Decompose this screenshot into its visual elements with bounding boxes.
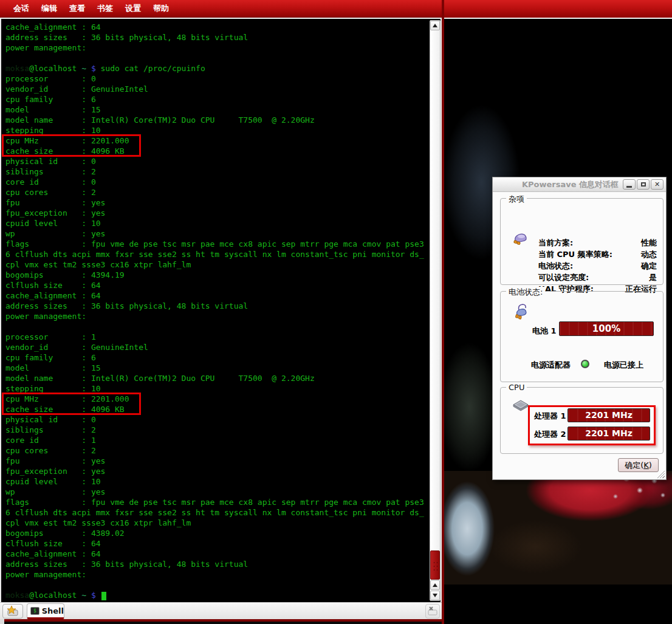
misc-groupbox: 杂项 当前方案: 性能 当前 CPU 频率策略: 动态 电池状态: 确定 [500, 198, 663, 285]
window-corner [0, 619, 4, 624]
cpu-legend: CPU [506, 383, 527, 392]
background-titlebar [444, 0, 672, 18]
scroll-up-button-bottom[interactable] [430, 580, 440, 590]
misc-info-list: 当前方案: 性能 当前 CPU 频率策略: 动态 电池状态: 确定 可以设定亮度… [538, 238, 657, 295]
terminal-scrollbar[interactable] [430, 20, 441, 601]
annotation-highlight-cpu0 [2, 134, 141, 157]
background-frame-line [444, 18, 672, 19]
arrow-up-icon [433, 583, 437, 587]
info-label: 当前方案: [538, 238, 573, 249]
video-scene [444, 471, 672, 585]
ok-button-accel: K [643, 461, 649, 470]
info-value: 确定 [641, 261, 657, 272]
ac-adapter-label: 电源适配器 [531, 360, 571, 371]
cpu-chip-icon [512, 399, 530, 413]
scrollbar-thumb[interactable] [430, 550, 440, 580]
menu-edit[interactable]: 编辑 [41, 3, 57, 14]
new-session-button[interactable] [2, 604, 23, 619]
desktop: 会话 编辑 查看 书签 设置 帮助 cache_alignment : 64ad… [0, 0, 672, 624]
konsole-menubar: 会话 编辑 查看 书签 设置 帮助 [0, 0, 443, 18]
terminal-output[interactable]: cache_alignment : 64address sizes : 36 b… [5, 22, 424, 600]
info-label: 当前 CPU 频率策略: [538, 249, 612, 261]
battery-progress-bar: 100% [559, 321, 654, 336]
menu-bookmarks[interactable]: 书签 [97, 3, 113, 14]
menu-settings[interactable]: 设置 [125, 3, 141, 14]
info-row-cpu-policy: 当前 CPU 频率策略: 动态 [538, 249, 657, 261]
shell-terminal-icon: $ [30, 607, 39, 615]
info-label: 电池状态: [538, 261, 573, 272]
info-row-scheme: 当前方案: 性能 [538, 238, 657, 249]
tab-shell[interactable]: $ Shell [27, 603, 64, 619]
arrow-up-icon [433, 24, 437, 27]
window-controls: ✕ [623, 179, 663, 190]
dialog-titlebar[interactable]: KPowersave 信息对话框 ✕ [493, 177, 666, 192]
close-icon: ✕ [654, 181, 660, 188]
info-row-battery-state: 电池状态: 确定 [538, 261, 657, 272]
menu-view[interactable]: 查看 [69, 3, 85, 14]
minimize-button[interactable] [623, 179, 636, 190]
scroll-down-button[interactable] [430, 591, 440, 600]
new-session-icon [3, 605, 22, 618]
minimize-icon [626, 186, 632, 188]
ok-button-label: 确定( [625, 460, 643, 471]
close-button[interactable]: ✕ [651, 179, 663, 190]
info-row-brightness: 可以设定亮度: 是 [538, 272, 657, 284]
ok-button[interactable]: 确定(K) [618, 458, 659, 472]
info-label: 可以设定亮度: [538, 272, 589, 284]
info-value: 动态 [641, 249, 657, 261]
menu-help[interactable]: 帮助 [153, 3, 169, 14]
close-session-button[interactable] [425, 604, 440, 619]
ac-adapter-status: 电源已接上 [604, 360, 643, 371]
battery-legend: 电池状态: [506, 287, 545, 298]
scrollbar-grip-icon [433, 561, 439, 571]
dialog-title: KPowersave 信息对话框 [522, 179, 619, 190]
kpowersave-plug-icon [512, 230, 529, 247]
info-value: 性能 [641, 238, 657, 249]
battery-1-label: 电池 1 [532, 326, 557, 337]
arrow-down-icon [433, 594, 437, 597]
close-session-icon [426, 605, 439, 618]
kpowersave-dialog: KPowersave 信息对话框 ✕ 杂项 当前方案: 性能 [492, 177, 667, 480]
ac-adapter-led-icon [581, 360, 589, 368]
battery-groupbox: 电池状态: 电池 1 100% 电源适配器 电源已接上 [500, 291, 663, 382]
power-plug-icon [513, 303, 530, 321]
maximize-button[interactable] [637, 179, 650, 190]
scroll-up-button[interactable] [430, 21, 440, 30]
ok-button-label-end: ) [649, 461, 652, 470]
menu-session[interactable]: 会话 [13, 3, 29, 14]
window-bottom-border [0, 619, 443, 622]
annotation-highlight-cpu-bars [528, 405, 656, 445]
info-value: 是 [649, 272, 657, 284]
konsole-tabbar: $ Shell [0, 602, 443, 619]
annotation-highlight-cpu1 [2, 393, 141, 415]
misc-legend: 杂项 [506, 194, 527, 205]
terminal-view[interactable]: cache_alignment : 64address sizes : 36 b… [0, 19, 443, 602]
konsole-window: 会话 编辑 查看 书签 设置 帮助 cache_alignment : 64ad… [0, 0, 443, 624]
shell-tab-label: Shell [42, 606, 64, 615]
maximize-icon [641, 182, 646, 187]
